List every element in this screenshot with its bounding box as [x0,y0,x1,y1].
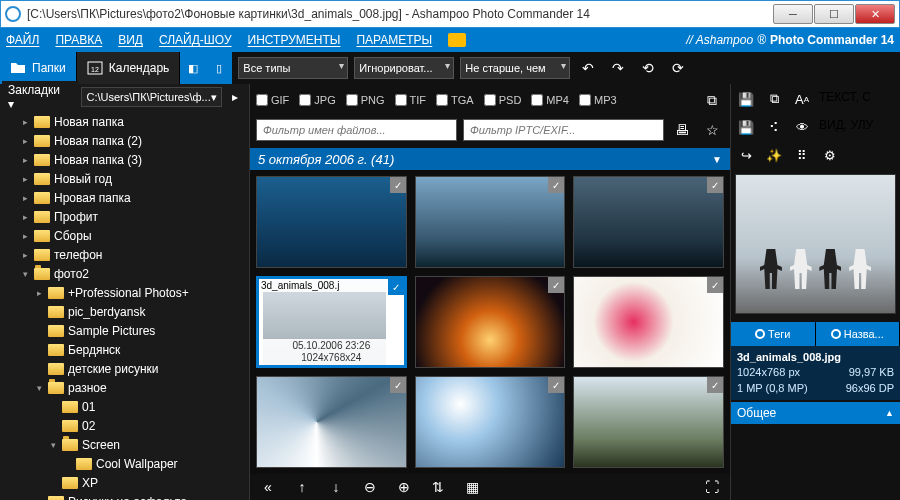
tree-node[interactable]: ▸Сборы [0,226,249,245]
tree-node[interactable]: Бердянск [0,340,249,359]
text-tool-icon[interactable]: AA [791,88,813,110]
tree-node[interactable]: Cool Wallpaper [0,454,249,473]
thumb-check-icon[interactable]: ✓ [548,277,564,293]
sort-icon[interactable]: ⇅ [426,475,450,499]
format-checkbox-tga[interactable]: TGA [436,94,474,106]
twisty-icon[interactable]: ▸ [20,155,30,165]
thumb-check-icon[interactable]: ✓ [390,177,406,193]
date-band[interactable]: 5 октября 2006 г. (41)▼ [250,148,730,170]
wand-icon[interactable]: ✨ [763,144,785,166]
twisty-icon[interactable]: ▸ [20,193,30,203]
tree-node[interactable]: ▸Новая папка [0,112,249,131]
format-checkbox-mp3[interactable]: MP3 [579,94,617,106]
rotate-left-icon[interactable]: ⟲ [636,56,660,80]
tree-node[interactable]: Рисунки на асфальте [0,492,249,500]
tree-node[interactable]: ▸+Professional Photos+ [0,283,249,302]
thumb-item[interactable]: ✓ [573,276,724,368]
eye-icon[interactable]: 👁 [791,116,813,138]
twisty-icon[interactable]: ▸ [20,174,30,184]
thumb-check-icon[interactable]: ✓ [707,277,723,293]
tree-node[interactable]: ▸телефон [0,245,249,264]
menu-view[interactable]: ВИД [118,33,143,47]
format-checkbox-gif[interactable]: GIF [256,94,289,106]
save-icon[interactable]: 💾 [735,88,757,110]
tree-node[interactable]: ▸Новая папка (2) [0,131,249,150]
tree-node[interactable]: 02 [0,416,249,435]
copy-icon[interactable]: ⧉ [700,88,724,112]
tree-node[interactable]: ▸Новая папка (3) [0,150,249,169]
format-checkbox-jpg[interactable]: JPG [299,94,335,106]
effects-icon[interactable]: ⠿ [791,144,813,166]
fullscreen-icon[interactable]: ⛶ [700,475,724,499]
twisty-icon[interactable]: ▸ [20,250,30,260]
iptc-filter-input[interactable] [463,119,664,141]
nav-down-icon[interactable]: ↓ [324,475,348,499]
star-icon[interactable]: ☆ [700,118,724,142]
menu-options[interactable]: ПАРАМЕТРЫ [356,33,432,47]
redo-icon[interactable]: ↷ [606,56,630,80]
tree-node[interactable]: Sample Pictures [0,321,249,340]
menu-tools[interactable]: ИНСТРУМЕНТЫ [248,33,341,47]
thumb-check-icon[interactable]: ✓ [707,177,723,193]
tab-name[interactable]: Назва... [816,322,901,346]
thumb-item[interactable]: ✓ [573,376,724,468]
redo2-icon[interactable]: ↪ [735,144,757,166]
path-go-icon[interactable]: ▸ [224,85,247,109]
cart-icon[interactable] [448,33,466,47]
thumb-check-icon[interactable]: ✓ [707,377,723,393]
tab-calendar[interactable]: 12 Календарь [77,52,181,84]
tree-node[interactable]: 01 [0,397,249,416]
rotate-right-icon[interactable]: ⟳ [666,56,690,80]
tree-node[interactable]: pic_berdyansk [0,302,249,321]
close-button[interactable]: ✕ [855,4,895,24]
path-select[interactable]: C:\Users\ПК\Pictures\ф...▾ [81,87,221,107]
minimize-button[interactable]: ─ [773,4,813,24]
format-checkbox-tif[interactable]: TIF [395,94,427,106]
maximize-button[interactable]: ☐ [814,4,854,24]
share-icon[interactable]: ⠪ [763,116,785,138]
nav-up-icon[interactable]: ↑ [290,475,314,499]
thumb-item[interactable]: ✓ [415,176,566,268]
menu-slideshow[interactable]: СЛАЙД-ШОУ [159,33,232,47]
undo-icon[interactable]: ↶ [576,56,600,80]
thumb-check-icon[interactable]: ✓ [388,279,404,295]
filter-ignore-select[interactable]: Игнорироват... [354,57,454,79]
twisty-icon[interactable]: ▸ [20,136,30,146]
view-label[interactable]: ВИД, УЛУ [819,116,873,138]
thumb-item-selected[interactable]: 3d_animals_008.j ✓ 05.10.2006 23:261024x… [256,276,407,368]
thumb-item[interactable]: ✓ [415,376,566,468]
menu-edit[interactable]: ПРАВКА [55,33,102,47]
format-checkbox-mp4[interactable]: MP4 [531,94,569,106]
gear-icon[interactable]: ⚙ [819,144,841,166]
filename-filter-input[interactable] [256,119,457,141]
thumb-check-icon[interactable]: ✓ [548,177,564,193]
layout-toggle-2[interactable]: ▯ [206,52,232,84]
preview-image[interactable] [735,174,896,314]
tree-node[interactable]: детские рисунки [0,359,249,378]
tab-tags[interactable]: Теги [731,322,816,346]
format-checkbox-png[interactable]: PNG [346,94,385,106]
format-checkbox-psd[interactable]: PSD [484,94,522,106]
tree-node[interactable]: ▾фото2 [0,264,249,283]
tree-node[interactable]: ▾разное [0,378,249,397]
view-grid-icon[interactable]: ▦ [460,475,484,499]
thumb-item[interactable]: ✓ [256,176,407,268]
tree-node[interactable]: ▾Screen [0,435,249,454]
layout-toggle-1[interactable]: ◧ [180,52,206,84]
folder-tree[interactable]: ▸Новая папка▸Новая папка (2)▸Новая папка… [0,110,249,500]
filter-age-select[interactable]: Не старше, чем [460,57,570,79]
thumb-item[interactable]: ✓ [256,376,407,468]
zoom-in-icon[interactable]: ⊕ [392,475,416,499]
tree-node[interactable]: XP [0,473,249,492]
zoom-out-icon[interactable]: ⊖ [358,475,382,499]
twisty-icon[interactable]: ▾ [48,440,58,450]
twisty-icon[interactable]: ▸ [20,231,30,241]
twisty-icon[interactable]: ▸ [34,288,44,298]
menu-file[interactable]: ФАЙЛ [6,33,39,47]
tree-node[interactable]: ▸Профит [0,207,249,226]
tab-folders[interactable]: Папки [0,52,77,84]
twisty-icon[interactable]: ▾ [20,269,30,279]
section-general[interactable]: Общее▲ [731,402,900,424]
tree-node[interactable]: ▸Новый год [0,169,249,188]
print-icon[interactable]: 🖶 [670,118,694,142]
